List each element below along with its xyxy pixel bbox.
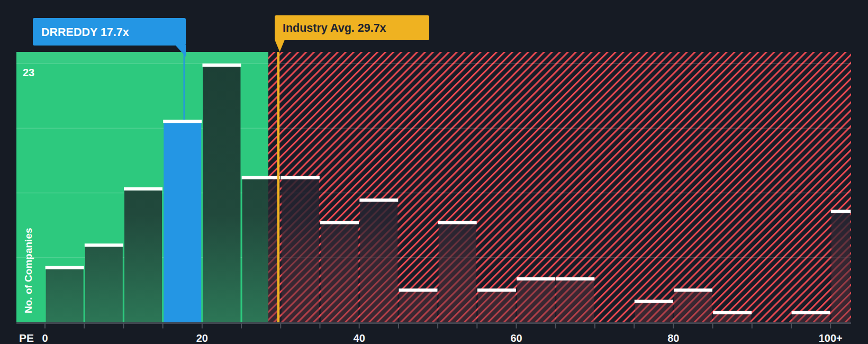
histogram-bar-25-30[interactable] [242,176,281,322]
bar-top-cap [713,311,752,314]
x-tick-label: 100+ [819,332,843,344]
bar-fill [792,314,830,322]
histogram-bar-100+[interactable] [831,210,851,322]
histogram-bar-95-100[interactable] [792,311,830,322]
bar-fill [242,179,268,322]
bar-top-cap [477,288,516,292]
histogram-bar-45-50[interactable] [399,288,437,322]
x-axis-title: PE [19,332,34,344]
histogram-bar-75-80[interactable] [635,300,673,322]
bar-fill [478,292,516,322]
bar-fill [635,303,673,322]
bar-fill [282,179,319,322]
histogram-bar-35-40[interactable] [320,221,359,322]
bar-top-cap [242,176,281,179]
bar-top-cap [556,277,594,280]
company-tooltip: DRREDDY 17.7x [33,18,186,57]
x-tick-label: 20 [196,332,208,344]
bar-fill [321,224,358,322]
bar-fill [439,224,476,322]
bar-top-cap [46,266,84,269]
industry-avg-line [277,52,280,322]
bar-fill [85,247,123,322]
bar-top-cap [438,221,477,224]
histogram-bar-30-35[interactable] [281,176,320,322]
company-tooltip-label: DRREDDY 17.7x [41,26,129,39]
histogram-bar-50-55[interactable] [438,221,477,322]
bar-fill [713,314,751,322]
bar-top-cap [359,198,398,202]
bar-fill [203,67,240,322]
industry-avg-tooltip-label: Industry Avg. 29.7x [283,22,386,34]
x-tick-label: 60 [510,332,522,344]
bar-top-cap [399,288,437,292]
bar-top-cap [320,221,359,224]
company-marker-line [184,45,185,120]
industry-avg-tooltip: Industry Avg. 29.7x [275,15,429,52]
histogram-bar-85-90[interactable] [713,311,752,322]
y-axis-title: No. of Companies [23,228,34,313]
histogram-bar-40-45[interactable] [359,198,398,322]
histogram-bar-80-85[interactable] [674,288,712,322]
x-tick-label: 80 [667,332,679,344]
histogram-bar-0-5[interactable] [46,266,84,322]
bar-top-cap [281,176,320,179]
bar-fill [360,202,397,322]
bar-top-cap [674,288,712,292]
industry-avg-tooltip-pointer [275,40,285,52]
histogram-bar-10-15[interactable] [124,187,162,322]
bar-top-cap [85,243,123,247]
y-max-value-label: 23 [23,67,34,78]
bar-top-cap [517,277,555,280]
histogram-bar-55-60[interactable] [477,288,516,322]
histogram-bar-5-10[interactable] [85,243,123,322]
x-tick-label: 0 [42,332,48,344]
company-bar-fill [164,123,201,322]
pe-histogram-page: 020406080100+ PE 23 No. of Companies DRR… [0,0,868,344]
bar-top-cap [635,300,673,303]
bar-fill [831,213,851,322]
bar-fill [556,280,594,322]
bar-top-cap [124,187,162,191]
bar-fill [399,292,437,322]
bar-fill [124,191,162,322]
bar-top-cap [163,120,202,123]
bar-fill [674,292,712,322]
green-zone-top-strip [16,52,268,64]
bar-top-cap [202,64,241,67]
bar-top-cap [792,311,830,314]
histogram-bar-20-25[interactable] [202,64,241,322]
histogram-bar-15-20[interactable] [163,120,202,322]
bar-fill [517,280,555,322]
histogram-bar-60-65[interactable] [517,277,555,322]
histogram-bar-65-70[interactable] [556,277,594,322]
pe-histogram-chart: 020406080100+ PE 23 No. of Companies DRR… [0,0,868,344]
bar-top-cap [831,210,851,213]
x-tick-label: 40 [354,332,365,344]
bar-fill [46,269,84,322]
